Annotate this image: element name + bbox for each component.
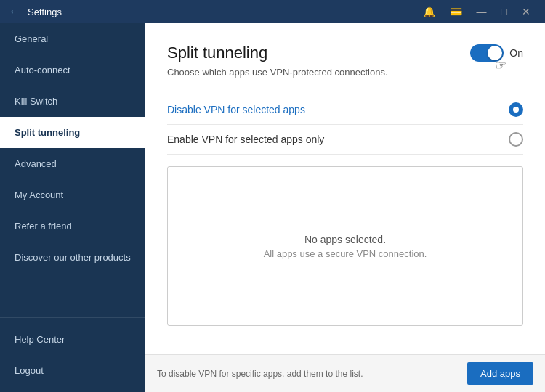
sidebar-nav: General Auto-connect Kill Switch Split t…: [0, 23, 145, 317]
page-title: Split tunneling: [167, 44, 267, 62]
page-header: Split tunneling On: [167, 44, 523, 62]
sidebar-item-refer-a-friend[interactable]: Refer a friend: [0, 211, 145, 242]
split-tunneling-toggle[interactable]: [470, 44, 504, 62]
apps-box-empty-state: No apps selected. All apps use a secure …: [264, 234, 427, 259]
sidebar-item-auto-connect[interactable]: Auto-connect: [0, 54, 145, 86]
sidebar-item-my-account[interactable]: My Account: [0, 179, 145, 211]
sidebar: General Auto-connect Kill Switch Split t…: [0, 23, 145, 392]
back-button[interactable]: ←: [9, 5, 20, 18]
sidebar-item-split-tunneling[interactable]: Split tunneling: [0, 117, 145, 148]
apps-list-box: No apps selected. All apps use a secure …: [167, 166, 523, 326]
add-apps-button[interactable]: Add apps: [467, 362, 533, 385]
sidebar-item-advanced[interactable]: Advanced: [0, 148, 145, 179]
radio-enable-vpn-only[interactable]: Enable VPN for selected apps only: [167, 125, 523, 155]
footer-hint: To disable VPN for specific apps, add th…: [157, 369, 363, 379]
disable-vpn-radio[interactable]: [509, 102, 523, 117]
sidebar-item-discover-products[interactable]: Discover our other products: [0, 242, 145, 273]
apps-empty-title: No apps selected.: [264, 234, 427, 245]
toggle-container: On: [470, 44, 523, 62]
radio-disable-vpn[interactable]: Disable VPN for selected apps: [167, 95, 523, 125]
account-icon[interactable]: 💳: [444, 4, 468, 19]
title-bar: ← Settings 🔔 💳 — □ ✕: [0, 0, 545, 23]
enable-vpn-only-label: Enable VPN for selected apps only: [167, 134, 324, 145]
notification-icon[interactable]: 🔔: [417, 4, 441, 19]
maximize-button[interactable]: □: [496, 4, 513, 19]
toggle-state-label: On: [509, 47, 523, 59]
enable-vpn-only-radio[interactable]: [509, 132, 523, 147]
content-panel: Split tunneling On Choose which apps use…: [145, 23, 545, 392]
sidebar-item-kill-switch[interactable]: Kill Switch: [0, 86, 145, 117]
disable-vpn-label: Disable VPN for selected apps: [167, 104, 305, 115]
sidebar-item-logout[interactable]: Logout: [0, 355, 145, 386]
sidebar-item-help-center[interactable]: Help Center: [0, 324, 145, 355]
sidebar-bottom: Help Center Logout: [0, 317, 145, 392]
close-button[interactable]: ✕: [516, 4, 536, 19]
page-subtitle: Choose which apps use VPN-protected conn…: [167, 67, 523, 78]
footer-bar: To disable VPN for specific apps, add th…: [145, 354, 545, 392]
app-title: Settings: [28, 7, 417, 17]
window-controls: 🔔 💳 — □ ✕: [417, 4, 536, 19]
apps-empty-subtitle: All apps use a secure VPN connection.: [264, 248, 427, 259]
content-inner: Split tunneling On Choose which apps use…: [145, 23, 545, 354]
toggle-knob: [488, 46, 502, 60]
main-layout: General Auto-connect Kill Switch Split t…: [0, 23, 545, 392]
sidebar-item-general[interactable]: General: [0, 23, 145, 54]
minimize-button[interactable]: —: [471, 4, 493, 19]
